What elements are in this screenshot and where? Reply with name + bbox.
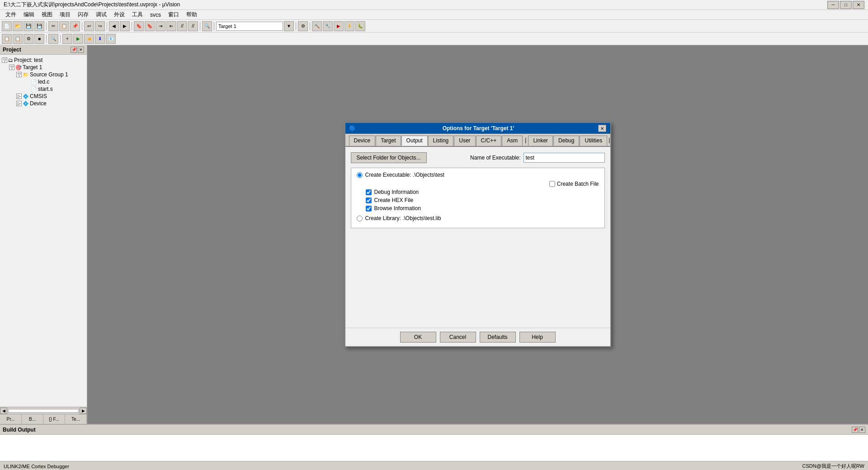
sidebar-tab-project[interactable]: Pr... [0, 414, 22, 424]
menu-help[interactable]: 帮助 [183, 10, 201, 19]
sidebar-tab-templates[interactable]: Te... [65, 414, 87, 424]
run-debug-btn[interactable]: 🐛 [355, 21, 365, 31]
redo-btn[interactable]: ↪ [95, 21, 105, 31]
tb2-btn7[interactable]: ▶ [73, 34, 83, 44]
save-all-btn[interactable]: 💾 [34, 21, 44, 31]
defaults-button[interactable]: Defaults [480, 332, 516, 343]
tree-item-device[interactable]: ▷ 💠 Device [2, 100, 85, 107]
tb2-btn1[interactable]: 📋 [2, 34, 12, 44]
menu-flash[interactable]: 闪存 [74, 10, 92, 19]
tb2-btn9[interactable]: ⬇ [95, 34, 105, 44]
create-batch-checkbox[interactable] [549, 181, 555, 187]
open-btn[interactable]: 📂 [13, 21, 23, 31]
menu-peripherals[interactable]: 外设 [110, 10, 128, 19]
search-btn[interactable]: 🔍 [202, 21, 212, 31]
paste-btn[interactable]: 📌 [70, 21, 80, 31]
menu-view[interactable]: 视图 [38, 10, 56, 19]
bookmark2-btn[interactable]: 🔖 [145, 21, 155, 31]
comment-btn[interactable]: // [177, 21, 187, 31]
save-btn[interactable]: 💾 [24, 21, 33, 31]
tree-item-target[interactable]: ▽ 🎯 Target 1 [2, 64, 85, 71]
expand-cmsis[interactable]: ▷ [16, 94, 22, 99]
sidebar-tab-books[interactable]: B... [22, 414, 43, 424]
maximize-button[interactable]: □ [840, 1, 852, 9]
tb2-btn2[interactable]: 📋 [13, 34, 23, 44]
tab-debug[interactable]: Debug [553, 136, 579, 146]
target-options-btn[interactable]: ▼ [284, 21, 294, 31]
tab-target[interactable]: Target [376, 136, 401, 146]
expand-project[interactable]: ▽ [2, 57, 7, 63]
tree-item-project[interactable]: ▽ 🗂 Project: test [2, 56, 85, 64]
options-target-btn[interactable]: ⚙ [298, 21, 308, 31]
build-output-close-btn[interactable]: ✕ [859, 427, 865, 433]
sidebar-close-btn[interactable]: ✕ [78, 47, 84, 53]
hex-file-checkbox[interactable] [366, 197, 372, 203]
close-app-button[interactable]: ✕ [853, 1, 864, 9]
scroll-right-btn[interactable]: ▶ [80, 408, 87, 414]
cut-btn[interactable]: ✂ [48, 21, 58, 31]
copy-btn[interactable]: 📋 [59, 21, 69, 31]
executable-input[interactable] [524, 153, 605, 163]
menu-file[interactable]: 文件 [2, 10, 20, 19]
unindent-btn[interactable]: ⇤ [166, 21, 176, 31]
build-output-pin-btn[interactable]: 📌 [852, 427, 858, 433]
rebuild-btn[interactable]: 🔧 [323, 21, 333, 31]
sidebar-pin-btn[interactable]: 📌 [71, 47, 77, 53]
uncomment-btn[interactable]: // [188, 21, 198, 31]
tree-item-source-group[interactable]: ▽ 📁 Source Group 1 [2, 71, 85, 78]
create-executable-radio[interactable] [357, 172, 363, 178]
menu-edit[interactable]: 编辑 [20, 10, 38, 19]
create-library-radio[interactable] [357, 216, 363, 221]
tab-utilities[interactable]: Utilities [580, 136, 607, 146]
dialog-close-button[interactable]: ✕ [598, 125, 606, 132]
tb2-btn5[interactable]: 🔍 [48, 34, 58, 44]
tb2-btn6[interactable]: + [62, 34, 72, 44]
sep10 [60, 35, 61, 43]
menu-tools[interactable]: 工具 [128, 10, 146, 19]
tab-device[interactable]: Device [349, 136, 376, 146]
ok-button[interactable]: OK [400, 332, 436, 343]
expand-device[interactable]: ▷ [16, 101, 22, 106]
tb2-btn4[interactable]: ■ [34, 34, 44, 44]
sep7 [296, 22, 296, 30]
scroll-left-btn[interactable]: ◀ [0, 408, 7, 414]
bottom-panel: Build Output 📌 ✕ ULINK2/ME Cortex Debugg… [0, 424, 868, 470]
tree-item-cmsis[interactable]: ▷ 💠 CMSIS [2, 93, 85, 100]
tab-cpp[interactable]: C/C++ [476, 136, 502, 146]
tab-output[interactable]: Output [401, 136, 428, 146]
scroll-track[interactable] [8, 409, 79, 413]
debug-btn[interactable]: ▶ [334, 21, 344, 31]
tree-item-start[interactable]: 📄 start.s [2, 85, 85, 93]
sidebar-header: Project 📌 ✕ [0, 45, 87, 55]
menu-project[interactable]: 项目 [56, 10, 74, 19]
tab-asm[interactable]: Asm [502, 136, 523, 146]
tb2-btn10[interactable]: 📧 [106, 34, 116, 44]
tb2-btn8[interactable]: ◀ [84, 34, 94, 44]
menu-debug[interactable]: 调试 [92, 10, 110, 19]
tree-item-led[interactable]: 📄 led.c [2, 78, 85, 85]
nav-fwd-btn[interactable]: ▶ [120, 21, 130, 31]
cancel-button[interactable]: Cancel [440, 332, 476, 343]
download-btn[interactable]: ⬇ [344, 21, 354, 31]
select-folder-btn[interactable]: Select Folder for Objects... [351, 152, 427, 163]
expand-source-group[interactable]: ▽ [16, 72, 22, 77]
bookmark-btn[interactable]: 🔖 [134, 21, 144, 31]
help-button[interactable]: Help [519, 332, 556, 343]
indent-btn[interactable]: ⇥ [156, 21, 165, 31]
menu-window[interactable]: 窗口 [165, 10, 183, 19]
tab-listing[interactable]: Listing [428, 136, 454, 146]
target-dropdown[interactable] [216, 22, 283, 31]
debug-info-checkbox[interactable] [366, 189, 372, 195]
tab-user[interactable]: User [454, 136, 475, 146]
new-file-btn[interactable]: 📄 [2, 21, 12, 31]
tab-linker[interactable]: Linker [528, 136, 553, 146]
menu-svcs[interactable]: svcs [146, 11, 165, 19]
undo-btn[interactable]: ↩ [84, 21, 94, 31]
sidebar-tab-functions[interactable]: {} F... [43, 414, 65, 424]
nav-back-btn[interactable]: ◀ [109, 21, 119, 31]
browse-info-checkbox[interactable] [366, 206, 372, 212]
build-btn[interactable]: 🔨 [312, 21, 322, 31]
expand-target[interactable]: ▽ [9, 65, 14, 70]
minimize-button[interactable]: ─ [827, 1, 839, 9]
tb2-btn3[interactable]: ⚙ [24, 34, 33, 44]
